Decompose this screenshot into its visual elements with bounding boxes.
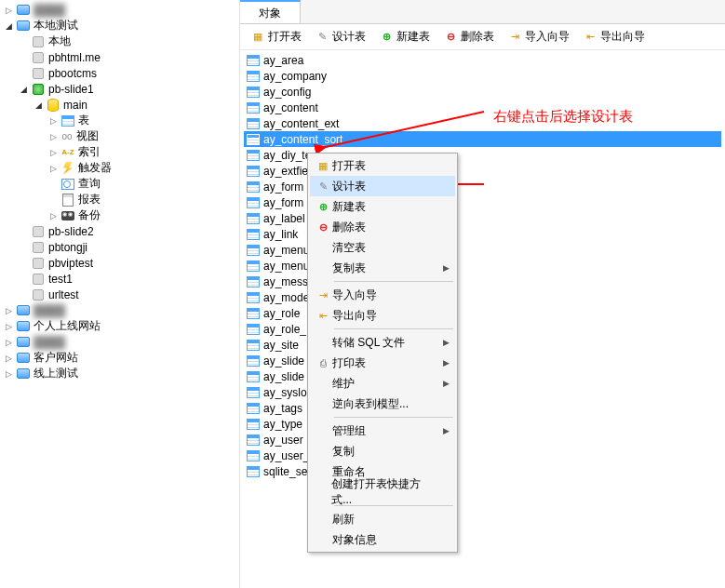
tree-item[interactable]: ◢main [0, 97, 239, 113]
tree-item[interactable]: pbviptest [0, 255, 239, 271]
tree-item[interactable]: ▷个人上线网站 [0, 318, 239, 334]
table-row[interactable]: ay_content_ext [244, 115, 721, 131]
menu-item[interactable]: ✎设计表 [310, 176, 455, 196]
tree-item-label: ████ [34, 304, 65, 317]
table-icon [246, 53, 261, 68]
menu-item[interactable]: 维护▶ [310, 373, 455, 394]
design-table-button[interactable]: ✎设计表 [310, 26, 370, 47]
tree-item[interactable]: test1 [0, 271, 239, 287]
expander-icon[interactable]: ▷ [48, 115, 59, 126]
expander-icon[interactable]: ▷ [4, 321, 14, 331]
design-table-label: 设计表 [332, 29, 366, 45]
table-name-label: ay_content_sort [263, 133, 342, 146]
tree-item[interactable]: pbtongji [0, 239, 239, 255]
table-row[interactable]: ay_company [244, 68, 721, 84]
menu-item[interactable]: 复制表▶ [310, 258, 455, 278]
tree-item[interactable]: ▷备份 [0, 207, 239, 223]
context-menu[interactable]: ▦打开表✎设计表⊕新建表⊖删除表清空表复制表▶⇥导入向导⇤导出向导转储 SQL … [307, 153, 458, 553]
expander-icon[interactable]: ▷ [4, 353, 14, 363]
tree-item[interactable]: ◢pb-slide1 [0, 81, 239, 97]
tree-item[interactable]: pbhtml.me [0, 49, 239, 65]
schema-icon [46, 98, 60, 113]
index-icon: A-Z [60, 145, 75, 160]
menu-item[interactable]: 管理组▶ [310, 421, 455, 441]
blank-icon [314, 532, 332, 547]
tree-item[interactable]: ▷触发器 [0, 160, 239, 176]
menu-item[interactable]: 逆向表到模型... [310, 394, 455, 414]
table-icon [246, 274, 261, 289]
menu-item[interactable]: 刷新 [310, 509, 455, 529]
open-table-icon: ▦ [250, 30, 265, 45]
tree-item[interactable]: urltest [0, 287, 239, 302]
submenu-arrow-icon: ▶ [443, 263, 450, 273]
table-row[interactable]: ay_content_sort [244, 131, 721, 147]
tree-item[interactable]: ▷████ [0, 334, 239, 350]
expander-icon[interactable]: ▷ [48, 210, 59, 220]
delete-icon: ⊖ [314, 220, 332, 234]
connection-tree[interactable]: ▷████◢本地测试本地pbhtml.mepbootcms◢pb-slide1◢… [0, 0, 240, 588]
tree-item[interactable]: pb-slide2 [0, 223, 239, 239]
delete-table-label: 删除表 [461, 29, 494, 45]
expander-icon[interactable]: ◢ [34, 100, 44, 110]
import-label: 导入向导 [525, 29, 570, 45]
menu-item[interactable]: 对象信息 [310, 529, 455, 550]
menu-item[interactable]: ⇥导入向导 [310, 285, 455, 305]
import-wizard-button[interactable]: ⇥导入向导 [503, 26, 574, 47]
tree-item[interactable]: ▷客户网站 [0, 350, 239, 366]
expander-icon[interactable]: ▷ [4, 305, 14, 315]
tree-item-label: 本地测试 [34, 18, 78, 33]
query-icon [60, 177, 75, 192]
table-row[interactable]: ay_content [244, 100, 721, 115]
menu-item[interactable]: ⇤导出向导 [310, 305, 455, 326]
tree-item[interactable]: pbootcms [0, 65, 239, 81]
expander-icon[interactable]: ▷ [48, 147, 59, 157]
expander-icon[interactable]: ▷ [48, 131, 59, 141]
table-icon [246, 195, 261, 210]
menu-item-label: 逆向表到模型... [332, 396, 409, 412]
delete-table-button[interactable]: ⊖删除表 [438, 26, 499, 47]
database-icon [31, 66, 46, 81]
menu-item[interactable]: ⊕新建表 [310, 196, 455, 217]
table-name-label: ay_extfie [263, 165, 308, 178]
tree-item-label: pb-slide1 [48, 83, 94, 96]
expander-icon[interactable]: ▷ [4, 368, 14, 379]
table-row[interactable]: ay_config [244, 84, 721, 100]
expander-icon[interactable]: ◢ [19, 84, 29, 94]
menu-item[interactable]: ⊖删除表 [310, 217, 455, 237]
tree-item[interactable]: 查询 [0, 176, 239, 192]
export-wizard-button[interactable]: ⇤导出向导 [578, 26, 650, 47]
menu-item[interactable]: ▦打开表 [310, 155, 455, 176]
table-row[interactable]: ay_area [244, 52, 721, 68]
expander-icon[interactable]: ▷ [4, 5, 14, 15]
blank-icon [314, 335, 332, 350]
menu-item[interactable]: ⎙打印表▶ [310, 353, 455, 373]
new-table-button[interactable]: ⊕新建表 [374, 26, 435, 47]
menu-item[interactable]: 创建打开表快捷方式... [310, 482, 455, 502]
tree-item[interactable]: ▷线上测试 [0, 366, 239, 381]
tree-item-label: pbootcms [48, 67, 97, 80]
open-table-button[interactable]: ▦打开表 [246, 26, 306, 47]
tree-item[interactable]: 本地 [0, 33, 239, 49]
tab-objects[interactable]: 对象 [240, 0, 301, 23]
tree-item[interactable]: ▷A-Z索引 [0, 144, 239, 160]
export-icon: ⇤ [583, 30, 597, 45]
table-name-label: ay_form [263, 180, 303, 194]
expander-icon[interactable]: ▷ [4, 337, 14, 347]
tree-item[interactable]: ◢本地测试 [0, 18, 239, 33]
folder-icon [16, 19, 31, 33]
tree-item-label: 索引 [78, 144, 101, 160]
tree-item[interactable]: ▷表 [0, 113, 239, 128]
table-name-label: ay_slide [263, 354, 304, 368]
submenu-arrow-icon: ▶ [443, 358, 450, 368]
tree-item[interactable]: ▷████ [0, 302, 239, 318]
tree-item[interactable]: 报表 [0, 192, 239, 207]
tree-item[interactable]: ▷████ [0, 2, 239, 18]
tree-item[interactable]: ▷oo视图 [0, 128, 239, 144]
table-icon [246, 417, 261, 432]
expander-icon[interactable]: ▷ [48, 163, 59, 173]
menu-item[interactable]: 清空表 [310, 237, 455, 258]
menu-item[interactable]: 转储 SQL 文件▶ [310, 332, 455, 353]
expander-icon[interactable]: ◢ [4, 20, 14, 31]
menu-item[interactable]: 复制 [310, 441, 455, 461]
table-icon [246, 132, 261, 147]
